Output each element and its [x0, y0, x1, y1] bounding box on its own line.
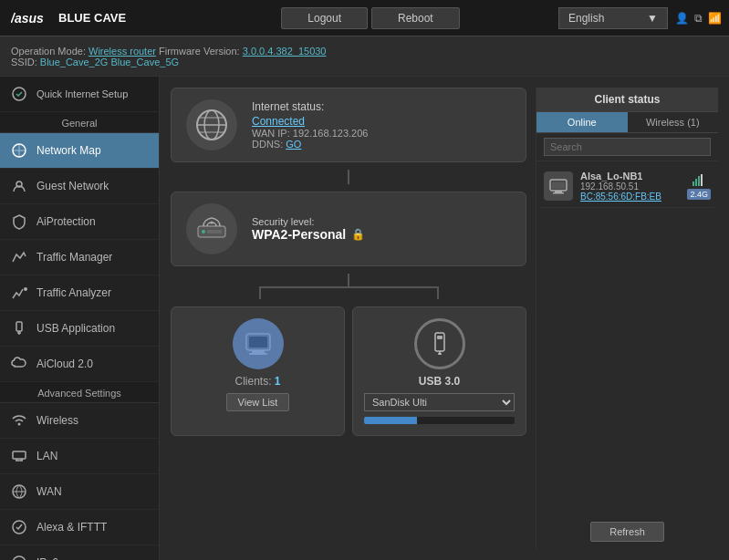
ddns-link[interactable]: GO: [286, 139, 301, 150]
sidebar-item-wan[interactable]: WAN: [0, 474, 159, 510]
svg-point-6: [18, 423, 21, 426]
svg-point-19: [202, 230, 205, 233]
operation-mode-label: Operation Mode:: [11, 46, 86, 57]
svg-rect-33: [695, 179, 697, 186]
header-icons: 👤 ⧉ 📶: [675, 12, 729, 25]
usb-application-icon: [9, 318, 29, 338]
sidebar-item-network-map[interactable]: Network Map: [0, 133, 159, 169]
router-box: Security level: WPA2-Personal 🔒: [171, 192, 526, 266]
aicloud-icon: [9, 354, 29, 374]
refresh-button[interactable]: Refresh: [590, 522, 664, 542]
tab-online[interactable]: Online: [536, 112, 628, 132]
svg-point-4: [24, 287, 27, 291]
wan-ip-value: 192.168.123.206: [293, 128, 369, 139]
ssid-5g[interactable]: Blue_Cave_5G: [110, 57, 179, 67]
svg-rect-30: [553, 192, 564, 194]
sidebar-item-traffic-manager[interactable]: Traffic Manager: [0, 240, 159, 275]
traffic-manager-icon: [9, 247, 29, 267]
usb-progress-bar: [364, 417, 417, 424]
client-list: Alsa_Lo-NB1 192.168.50.51 BC:85:56:6D:FB…: [536, 161, 718, 514]
connector-1: [348, 170, 349, 184]
signal-info: 2.4G: [687, 172, 711, 200]
sidebar-item-guest-network[interactable]: Guest Network: [0, 169, 159, 204]
svg-rect-31: [552, 182, 565, 189]
general-section: General: [0, 112, 159, 133]
client-name: Alsa_Lo-NB1: [580, 171, 680, 181]
sidebar-item-ipv6[interactable]: IPv6 IPv6: [0, 545, 159, 560]
usb-progress: [364, 417, 515, 424]
tab-wireless[interactable]: Wireless (1): [628, 112, 719, 132]
network-map-label: Network Map: [36, 144, 101, 157]
traffic-analyzer-icon: [9, 283, 29, 303]
logo-area: /asus BLUE CAVE: [0, 9, 182, 27]
logo-asus: /asus: [11, 9, 44, 27]
lan-icon: [9, 446, 29, 466]
main-layout: Quick Internet Setup General Network Map…: [0, 77, 729, 560]
clients-box: Clients: 1 View List: [171, 306, 345, 436]
ipv6-label: IPv6: [36, 556, 58, 560]
svg-text:/asus: /asus: [11, 11, 44, 26]
ssid-label: SSID:: [11, 57, 37, 67]
list-item: Alsa_Lo-NB1 192.168.50.51 BC:85:56:6D:FB…: [540, 165, 714, 208]
lan-label: LAN: [36, 450, 57, 462]
usb-box: USB 3.0 SanDisk Ulti: [352, 306, 526, 436]
guest-network-icon: [9, 176, 29, 196]
ssid-2g[interactable]: Blue_Cave_2G: [40, 57, 109, 67]
subheader: Operation Mode: Wireless router Firmware…: [0, 36, 729, 77]
wifi-icon[interactable]: 📶: [708, 12, 722, 25]
lang-selector[interactable]: English ▼: [558, 7, 668, 29]
user-icon[interactable]: 👤: [675, 12, 689, 25]
svg-rect-27: [438, 353, 442, 355]
client-mac[interactable]: BC:85:56:6D:FB:EB: [580, 192, 680, 202]
operation-mode-value[interactable]: Wireless router: [89, 46, 156, 57]
svg-rect-35: [701, 174, 703, 186]
svg-rect-22: [252, 350, 265, 353]
sidebar-item-traffic-analyzer[interactable]: Traffic Analyzer: [0, 275, 159, 311]
wan-ip-label: WAN IP:: [252, 128, 290, 139]
copy-icon[interactable]: ⧉: [694, 12, 703, 25]
internet-info: Internet status: Connected WAN IP: 192.1…: [252, 100, 511, 150]
traffic-manager-label: Traffic Manager: [36, 251, 112, 264]
ddns-row: DDNS: GO: [252, 139, 511, 150]
network-diagram: Internet status: Connected WAN IP: 192.1…: [171, 88, 526, 549]
logout-button[interactable]: Logout: [281, 7, 368, 29]
svg-point-10: [13, 556, 26, 560]
sidebar-item-alexa[interactable]: Alexa & IFTTT: [0, 510, 159, 545]
ipv6-icon: IPv6: [9, 553, 29, 560]
view-list-button[interactable]: View List: [226, 393, 290, 411]
ai-protection-label: AiProtection: [36, 215, 96, 228]
sidebar-item-usb-application[interactable]: USB Application: [0, 311, 159, 347]
device-icon: [544, 171, 573, 201]
usb-device-select[interactable]: SanDisk Ulti: [364, 393, 515, 411]
svg-rect-34: [698, 176, 700, 186]
firmware-value[interactable]: 3.0.0.4.382_15030: [243, 46, 327, 57]
search-input[interactable]: [544, 138, 711, 156]
sidebar-item-lan[interactable]: LAN: [0, 439, 159, 474]
svg-rect-7: [13, 451, 26, 459]
sidebar-item-aicloud[interactable]: AiCloud 2.0: [0, 347, 159, 382]
header: /asus BLUE CAVE Logout Reboot English ▼ …: [0, 0, 729, 36]
operation-mode-row: Operation Mode: Wireless router Firmware…: [11, 46, 718, 57]
client-ip: 192.168.50.51: [580, 181, 680, 192]
clients-label-text: Clients:: [234, 375, 271, 388]
sidebar-item-wireless[interactable]: Wireless: [0, 403, 159, 439]
client-info: Alsa_Lo-NB1 192.168.50.51 BC:85:56:6D:FB…: [580, 171, 680, 202]
network-map-area: Internet status: Connected WAN IP: 192.1…: [160, 77, 729, 560]
svg-rect-26: [437, 336, 443, 339]
usb-icon: [414, 318, 465, 369]
header-nav: Logout Reboot: [182, 7, 558, 29]
advanced-section: Advanced Settings: [0, 382, 159, 403]
internet-status-value[interactable]: Connected: [252, 115, 305, 128]
quick-setup-item[interactable]: Quick Internet Setup: [0, 77, 159, 112]
sidebar-item-ai-protection[interactable]: AiProtection: [0, 204, 159, 240]
router-info: Security level: WPA2-Personal 🔒: [252, 216, 511, 242]
ai-protection-icon: [9, 212, 29, 232]
firmware-label: Firmware Version:: [159, 46, 240, 57]
reboot-button[interactable]: Reboot: [371, 7, 460, 29]
usb-application-label: USB Application: [36, 322, 115, 335]
internet-box: Internet status: Connected WAN IP: 192.1…: [171, 88, 526, 162]
security-level-label: Security level:: [252, 216, 511, 227]
alexa-label: Alexa & IFTTT: [36, 521, 107, 534]
band-badge: 2.4G: [687, 189, 711, 200]
ddns-label: DDNS:: [252, 139, 283, 150]
